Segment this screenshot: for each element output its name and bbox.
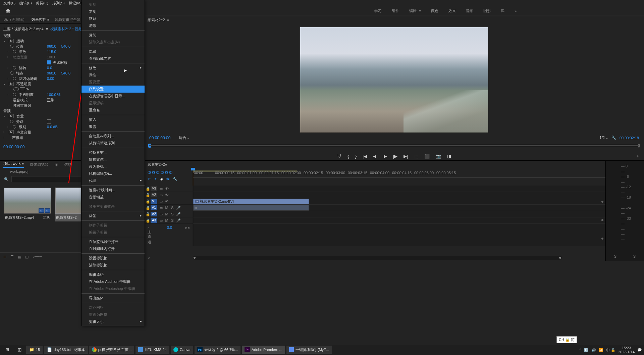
vertical-zoom-handle[interactable] xyxy=(601,201,603,203)
track-output-icon[interactable]: ▭ xyxy=(159,218,163,223)
workspace-assembly[interactable]: 组件 xyxy=(392,8,399,13)
meter-solo-right[interactable]: S xyxy=(633,254,636,258)
ec-position-x[interactable]: 960.0 xyxy=(47,44,56,48)
program-tab[interactable]: 频素材2~2 xyxy=(148,17,165,22)
cm-new-from-clip[interactable]: 从剪辑新建序列 xyxy=(82,140,145,147)
tab-source[interactable]: 源:（无剪辑） xyxy=(3,17,26,22)
new-bin-icon[interactable]: ⊞ xyxy=(3,255,6,259)
menu-sequence[interactable]: 序列(S) xyxy=(52,1,65,6)
cm-copy[interactable]: 复制 xyxy=(82,8,145,15)
cm-export-media[interactable]: 导出媒体... xyxy=(82,295,145,302)
voice-icon[interactable]: 🎤 xyxy=(176,218,180,223)
set-in-icon[interactable]: { xyxy=(347,154,349,159)
cm-insert[interactable]: 插入 xyxy=(82,116,145,123)
step-back-icon[interactable]: ◀| xyxy=(373,154,377,159)
eye-icon[interactable]: 👁 xyxy=(165,193,169,197)
list-view-icon[interactable]: ☰ xyxy=(10,255,14,259)
voice-icon[interactable]: 🎤 xyxy=(176,212,180,216)
cm-sequence-settings[interactable]: 序列设置... xyxy=(82,86,145,93)
ec-volume[interactable]: 音量 xyxy=(16,114,24,119)
vertical-zoom-handle[interactable] xyxy=(601,219,603,221)
step-forward-icon[interactable]: |▶ xyxy=(393,154,397,159)
track-v2[interactable]: V2 xyxy=(151,193,157,197)
track-v3[interactable]: V3 xyxy=(151,186,157,191)
cm-make-offline[interactable]: 设为脱机... xyxy=(82,163,145,170)
vertical-zoom-handle[interactable] xyxy=(601,238,603,240)
cm-link-media[interactable]: 链接媒体... xyxy=(82,156,145,163)
meter-solo-left[interactable]: S xyxy=(614,254,616,258)
cm-offline-edit[interactable]: 脱机编辑(O)... xyxy=(82,170,145,177)
ec-opacity[interactable]: 不透明度 xyxy=(16,82,31,87)
go-to-out-icon[interactable]: ▶| xyxy=(404,154,408,159)
home-icon[interactable] xyxy=(5,8,11,14)
cm-proxy[interactable]: 代理▸ xyxy=(82,177,145,184)
cm-overwrite[interactable]: 覆盖 xyxy=(82,123,145,130)
timeline-tab[interactable]: 频素材2~2 xyxy=(148,162,165,167)
lock-icon[interactable]: 🔒 xyxy=(146,199,149,204)
stopwatch-icon[interactable] xyxy=(13,125,16,129)
track-output-icon[interactable]: ▭ xyxy=(159,193,163,197)
export-frame-icon[interactable]: 📷 xyxy=(436,154,441,159)
ec-anchor-x[interactable]: 960.0 xyxy=(47,71,56,75)
lock-icon[interactable]: 🔒 xyxy=(146,212,149,216)
stopwatch-icon[interactable] xyxy=(13,77,16,80)
workspace-color[interactable]: 颜色 xyxy=(431,8,438,13)
ec-level-val[interactable]: 0.0 dB xyxy=(47,125,58,129)
eye-icon[interactable]: 👁 xyxy=(165,187,169,191)
tray-up-icon[interactable]: ^ xyxy=(580,348,581,352)
workspace-effects[interactable]: 效果 xyxy=(448,8,456,13)
program-scrubber[interactable] xyxy=(149,144,639,147)
audio-clip[interactable]: ▧ xyxy=(193,205,309,211)
cm-edit-original[interactable]: 编辑原始 xyxy=(82,271,145,278)
tb-notepad[interactable]: 📄day133.txt - 记事本 xyxy=(44,346,88,354)
mute-button[interactable]: M xyxy=(165,212,169,216)
cm-rename[interactable]: 重命名 xyxy=(82,107,145,114)
stopwatch-icon[interactable] xyxy=(10,45,13,48)
tray-clock[interactable]: 15:232023/1/14 xyxy=(618,346,635,354)
cm-clear-poster[interactable]: 清除标识帧 xyxy=(82,262,145,269)
track-output-icon[interactable]: ▭ xyxy=(159,206,163,210)
cm-replace-footage[interactable]: 替换素材... xyxy=(82,149,145,156)
tab-info[interactable]: 信息 xyxy=(64,162,71,167)
tab-media-browser[interactable]: 媒体浏览器 xyxy=(30,162,48,167)
master-track-value[interactable]: 0.0 xyxy=(167,225,172,245)
cm-label[interactable]: 标签▸ xyxy=(82,212,145,219)
timeline-tracks[interactable]: fx视频素材2~2.mp4[V] ▧ xyxy=(193,186,605,246)
ec-motion[interactable]: 运动 xyxy=(16,39,24,44)
mask-shape-buttons[interactable]: ✎ xyxy=(13,87,32,91)
tb-canva[interactable]: Canva xyxy=(171,346,193,354)
track-output-icon[interactable]: ▭ xyxy=(159,212,163,216)
track-a3[interactable]: A3 xyxy=(151,218,157,223)
tb-heu[interactable]: HEU KMS 24 xyxy=(136,346,169,354)
tab-library[interactable]: 库 xyxy=(54,162,58,167)
tb-chrome[interactable]: pr横屏变竖屏-百度... xyxy=(89,346,135,354)
cm-modify[interactable]: 修改▸ xyxy=(82,64,145,71)
track-v1[interactable]: V1 xyxy=(151,199,157,204)
program-resolution[interactable]: 1/2 ⌵ xyxy=(600,136,608,140)
program-monitor-video[interactable] xyxy=(300,27,488,133)
ec-opacity-val[interactable]: 100.0 % xyxy=(47,93,60,97)
cm-reveal-explorer[interactable]: 在资源管理器中显示... xyxy=(82,93,145,100)
set-out-icon[interactable]: } xyxy=(355,154,357,159)
track-output-icon[interactable]: ▭ xyxy=(159,187,163,191)
lock-icon[interactable]: 🔒 xyxy=(146,187,149,191)
tray-network-icon[interactable]: 🔃 xyxy=(584,348,589,352)
start-button[interactable]: ⊞ xyxy=(2,346,13,354)
tray-volume-icon[interactable]: 🔊 xyxy=(591,348,596,352)
snap-icon[interactable]: ⁜ xyxy=(148,177,151,181)
ec-antiflicker-val[interactable]: 0.00 xyxy=(47,77,54,81)
ripple-icon[interactable]: ↹ xyxy=(166,177,169,181)
workspace-learn[interactable]: 学习 xyxy=(374,8,382,13)
video-clip[interactable]: fx视频素材2~2.mp4[V] xyxy=(193,199,309,204)
search-icon[interactable]: 🔍 xyxy=(4,177,9,182)
eye-icon[interactable]: 👁 xyxy=(165,199,169,203)
cm-paste[interactable]: 粘贴 xyxy=(82,15,145,22)
cm-edit-audition[interactable]: 在 Adobe Audition 中编辑 xyxy=(82,278,145,285)
menu-edit[interactable]: 编辑(E) xyxy=(19,1,32,6)
link-icon[interactable]: ⚭ xyxy=(154,177,157,181)
go-to-in-icon[interactable]: |◀ xyxy=(363,154,367,159)
icon-view-icon[interactable]: ▦ xyxy=(18,255,21,259)
ec-scale-val[interactable]: 115.0 xyxy=(47,50,56,54)
workspace-library[interactable]: 库 xyxy=(501,8,504,13)
cm-open-timeline[interactable]: 在时间轴内打开 xyxy=(82,245,145,252)
